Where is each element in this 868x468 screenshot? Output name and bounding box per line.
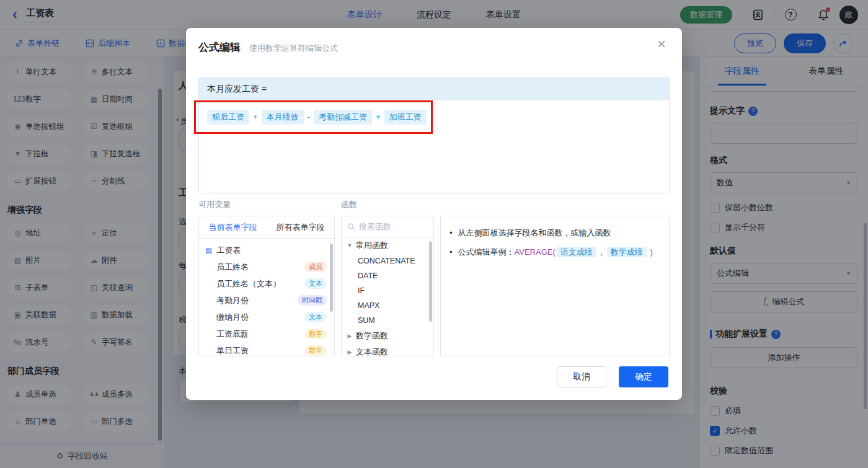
cancel-button[interactable]: 取消 — [557, 366, 606, 387]
formula-expression[interactable]: 税后工资+本月绩效-考勤扣减工资+加班工资 — [199, 100, 669, 134]
example-field-chip: 语文成绩 — [557, 247, 596, 257]
app-root: ‹ 工资表 表单设计 流程设定 表单设置 数据管理 ? 政 — [0, 0, 868, 468]
variable-field-row[interactable]: 员工姓名 成员 — [199, 258, 334, 275]
function-item[interactable]: IF — [342, 283, 433, 298]
help-tip-2: • 公式编辑举例：AVERAGE(语文成绩，数学成绩 ) — [450, 245, 660, 259]
formula-operator: + — [376, 112, 381, 121]
tab-all-form-fields[interactable]: 所有表单字段 — [267, 216, 334, 238]
variable-field-row[interactable]: 考勤月份 时间戳 — [199, 292, 334, 309]
bullet: • — [450, 245, 453, 259]
function-item[interactable]: CONCATENATE — [342, 254, 433, 268]
confirm-button[interactable]: 确定 — [619, 366, 668, 387]
field-type-badge: 数字 — [304, 345, 327, 356]
function-item[interactable]: MAPX — [342, 298, 433, 313]
modal-header: 公式编辑 使用数学运算符编辑公式 — [186, 28, 682, 55]
function-group-common[interactable]: ▼ 常用函数 — [342, 237, 433, 254]
functions-label: 函数 — [341, 199, 357, 210]
form-doc-icon: ▤ — [205, 246, 212, 255]
variable-field-row[interactable]: 缴纳月份 文本 — [199, 309, 334, 325]
search-icon — [347, 223, 355, 231]
variable-field-row[interactable]: 工资底薪 数字 — [199, 325, 334, 342]
variables-tree: ▤ 工资表 员工姓名 成员 员工姓名（文本） 文本 考勤月份 时间戳 缴纳月份 — [199, 239, 334, 356]
function-group-text[interactable]: ▶ 文本函数 — [342, 344, 433, 356]
formula-editor-box: 本月应发工资 = 税后工资+本月绩效-考勤扣减工资+加班工资 — [198, 77, 670, 193]
field-type-badge: 时间戳 — [298, 295, 327, 306]
variables-scrollbar[interactable] — [330, 244, 333, 312]
chevron-collapsed-icon: ▶ — [347, 333, 353, 339]
field-type-badge: 成员 — [304, 262, 327, 272]
modal-footer: 取消 确定 — [557, 366, 668, 387]
help-tip-1: • 从左侧面板选择字段名和函数，或输入函数 — [450, 226, 660, 240]
formula-operator: - — [308, 112, 310, 121]
formula-editor-modal: × 公式编辑 使用数学运算符编辑公式 本月应发工资 = 税后工资+本月绩效-考勤… — [186, 28, 682, 400]
close-icon[interactable]: × — [657, 37, 666, 51]
tab-current-form-fields[interactable]: 当前表单字段 — [199, 216, 267, 238]
variables-panel: 当前表单字段 所有表单字段 ▤ 工资表 员工姓名 成员 员工姓名（文本） 文本 … — [198, 216, 335, 356]
formula-operator: + — [253, 112, 258, 121]
field-type-badge: 文本 — [304, 312, 327, 322]
modal-title: 公式编辑 — [198, 40, 241, 55]
field-type-badge: 数字 — [304, 329, 327, 339]
formula-field-chip[interactable]: 加班工资 — [384, 110, 427, 125]
variable-field-row[interactable]: 员工姓名（文本） 文本 — [199, 275, 334, 292]
function-item[interactable]: SUM — [342, 313, 433, 328]
example-function-name: AVERAGE( — [515, 247, 556, 257]
function-item[interactable]: DATE — [342, 268, 433, 283]
modal-subtitle: 使用数学运算符编辑公式 — [249, 43, 338, 54]
variables-tabs: 当前表单字段 所有表单字段 — [199, 216, 334, 239]
functions-panel: ▼ 常用函数 CONCATENATE DATE IF MAPX SUM ▶ 数学… — [341, 216, 434, 356]
chevron-collapsed-icon: ▶ — [347, 349, 353, 355]
bullet: • — [450, 226, 453, 240]
example-field-chip: 数学成绩 — [607, 247, 647, 257]
formula-field-chip[interactable]: 考勤扣减工资 — [314, 110, 372, 125]
field-type-badge: 文本 — [304, 278, 327, 289]
function-search-input[interactable] — [359, 222, 418, 231]
formula-field-chip[interactable]: 税后工资 — [207, 110, 249, 125]
chevron-expanded-icon: ▼ — [347, 242, 353, 249]
variable-field-row[interactable]: 单日工资 数字 — [199, 342, 334, 356]
function-group-math[interactable]: ▶ 数学函数 — [342, 328, 433, 344]
formula-help-panel: • 从左侧面板选择字段名和函数，或输入函数 • 公式编辑举例：AVERAGE(语… — [440, 216, 670, 356]
formula-target: 本月应发工资 = — [199, 78, 669, 100]
tree-form-node[interactable]: ▤ 工资表 — [199, 242, 334, 258]
variables-label: 可用变量 — [198, 199, 231, 210]
function-search — [342, 216, 433, 237]
formula-field-chip[interactable]: 本月绩效 — [262, 110, 304, 125]
functions-scrollbar[interactable] — [429, 241, 432, 322]
